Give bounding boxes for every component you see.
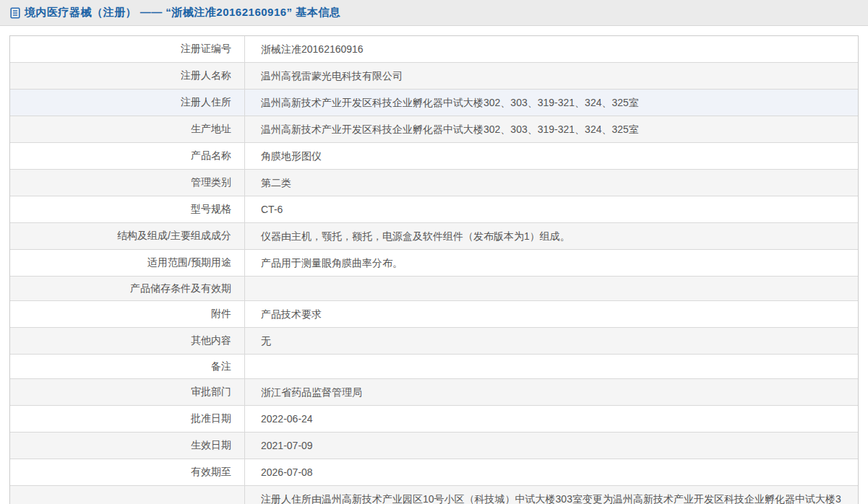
table-row: 产品储存条件及有效期 [10,277,858,301]
row-label: 有效期至 [10,459,245,485]
row-label: 附件 [10,301,245,327]
row-label: 型号规格 [10,196,245,222]
row-value: 第二类 [245,170,858,196]
table-row: 产品名称 角膜地形图仪 [10,143,858,170]
table-row: 附件 产品技术要求 [10,301,858,328]
row-value [245,277,858,300]
row-value: 2021-07-09 [245,433,858,459]
row-label: 备注 [10,355,245,378]
row-label: 批准日期 [10,406,245,432]
page-header: 境内医疗器械（注册） —— “浙械注准20162160916” 基本信息 [0,0,868,26]
table-row: 生产地址 温州高新技术产业开发区科技企业孵化器中试大楼302、303、319-3… [10,116,858,143]
row-value: 2026-07-08 [245,459,858,485]
row-value: 产品技术要求 [245,301,858,327]
row-value: 温州高新技术产业开发区科技企业孵化器中试大楼302、303、319-321、32… [245,90,858,116]
row-value: 产品用于测量眼角膜曲率分布。 [245,250,858,276]
page-title: 境内医疗器械（注册） —— “浙械注准20162160916” 基本信息 [25,6,340,19]
row-label: 适用范围/预期用途 [10,250,245,276]
row-value: 仪器由主机，颚托，额托，电源盒及软件组件（发布版本为1）组成。 [245,223,858,249]
table-row: 型号规格 CT-6 [10,196,858,223]
table-row: 其他内容 无 [10,328,858,355]
table-row: 注册人名称 温州高视雷蒙光电科技有限公司 [10,63,858,90]
row-value: 浙械注准20162160916 [245,36,858,62]
row-label: 注册人名称 [10,63,245,89]
row-label: 管理类别 [10,170,245,196]
registration-info-table: 注册证编号 浙械注准20162160916 注册人名称 温州高视雷蒙光电科技有限… [9,35,859,504]
table-row: 注册人住所 温州高新技术产业开发区科技企业孵化器中试大楼302、303、319-… [10,90,858,116]
row-value: CT-6 [245,196,858,222]
table-row: 有效期至 2026-07-08 [10,459,858,486]
row-value: 浙江省药品监督管理局 [245,379,858,405]
row-value: 无 [245,328,858,354]
row-label: 生效日期 [10,433,245,459]
row-label: 注册人住所 [10,90,245,116]
table-row: 变更情况 注册人住所由温州高新技术产业园区10号小区（科技城）中试大楼303室变… [10,486,858,504]
table-row: 生效日期 2021-07-09 [10,433,858,459]
row-value: 注册人住所由温州高新技术产业园区10号小区（科技城）中试大楼303室变更为温州高… [245,486,858,504]
row-value: 2022-06-24 [245,406,858,432]
table-row: 注册证编号 浙械注准20162160916 [10,36,858,63]
table-row: 备注 [10,355,858,379]
row-label: 审批部门 [10,379,245,405]
row-label: 变更情况 [10,486,245,504]
row-value [245,355,858,378]
table-row: 批准日期 2022-06-24 [10,406,858,433]
row-value: 温州高新技术产业开发区科技企业孵化器中试大楼302、303、319-321、32… [245,116,858,142]
table-row: 结构及组成/主要组成成分 仪器由主机，颚托，额托，电源盒及软件组件（发布版本为1… [10,223,858,250]
row-label: 其他内容 [10,328,245,354]
row-label: 注册证编号 [10,36,245,62]
table-row: 管理类别 第二类 [10,170,858,196]
row-label: 产品储存条件及有效期 [10,277,245,300]
row-label: 生产地址 [10,116,245,142]
row-label: 产品名称 [10,143,245,169]
row-label: 结构及组成/主要组成成分 [10,223,245,249]
table-row: 适用范围/预期用途 产品用于测量眼角膜曲率分布。 [10,250,858,277]
row-value: 温州高视雷蒙光电科技有限公司 [245,63,858,89]
document-icon [9,7,21,19]
table-row: 审批部门 浙江省药品监督管理局 [10,379,858,406]
row-value: 角膜地形图仪 [245,143,858,169]
